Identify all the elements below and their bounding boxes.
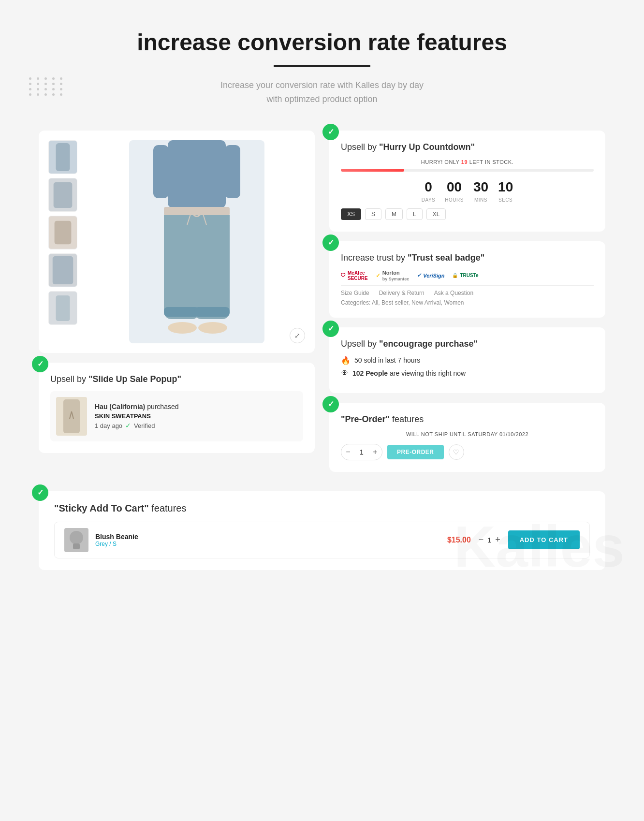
sticky-check-badge: ✓ [32,484,48,501]
qty-plus-button[interactable]: + [368,444,382,460]
thumbnail-3[interactable] [48,216,77,249]
svg-rect-3 [54,182,73,207]
subtitle: Increase your conversion rate with Kalle… [39,78,605,106]
trust-badges: 🛡 McAfeeSECURE ✓ Nortonby Symantec ✓ Ver… [341,270,594,281]
svg-point-19 [168,322,197,334]
verified-check-icon: ✓ [125,422,131,429]
trust-badge-card: ✓ Increase trust by "Trust seal badge" 🛡… [329,241,605,318]
truste-icon: 🔒 [452,273,458,278]
customer-name: Hau (California) purchased [95,403,179,410]
sticky-price: $15.00 [447,536,471,544]
popup-info: Hau (California) purchased SKIN SWEATPAN… [95,403,179,429]
thumbnail-2[interactable] [48,178,77,212]
qty-control: − 1 + [341,444,382,460]
preorder-banner: WILL NOT SHIP UNTIL SATURDAY 01/10/2022 [341,431,594,437]
encourage-title: Upsell by "encougrage purchase" [341,339,594,349]
svg-rect-11 [168,140,226,208]
popup-inner: Hau (California) purchased SKIN SWEATPAN… [50,391,303,441]
sticky-qty-control: − 1 + [479,535,500,545]
svg-rect-7 [53,256,73,284]
sticky-variant[interactable]: Grey / S [95,541,138,547]
tab-size-guide[interactable]: Size Guide [341,290,369,296]
svg-rect-12 [153,145,169,198]
svg-rect-17 [164,307,199,317]
add-to-cart-button[interactable]: ADD TO CART [508,530,580,549]
title-underline [274,65,370,67]
norton-badge: ✓ Nortonby Symantec [376,270,410,281]
countdown-secs: 10 SECS [498,179,513,204]
norton-icon: ✓ [376,272,381,279]
sticky-product-name: Blush Beanie [95,533,138,541]
sticky-section: ✓ "Sticky Add To Cart" features Blush Be… [39,491,605,570]
tab-ask[interactable]: Ask a Question [434,290,473,296]
sticky-qty-plus-button[interactable]: + [495,535,500,545]
progress-bar-fill [341,169,404,172]
mcafee-icon: 🛡 [341,273,346,278]
wishlist-button[interactable]: ♡ [449,444,464,460]
page-title: increase conversion rate features [39,29,605,56]
svg-rect-9 [56,295,70,321]
preorder-button[interactable]: PRE-ORDER [387,445,444,459]
popup-check-badge: ✓ [32,356,48,372]
thumbnail-1[interactable] [48,140,77,174]
size-s[interactable]: S [365,208,381,220]
encourage-item-2: 👁 102 People are viewing this right now [341,369,594,378]
sticky-qty-minus-button[interactable]: − [479,535,484,545]
header-section: increase conversion rate features Increa… [39,29,605,106]
size-xl[interactable]: XL [426,208,446,220]
preorder-controls: − 1 + PRE-ORDER ♡ [341,444,594,460]
svg-rect-14 [164,207,230,216]
tab-delivery[interactable]: Delivery & Return [379,290,424,296]
encourage-list: 🔥 50 sold in last 7 hours 👁 102 People a… [341,356,594,378]
page-wrapper: increase conversion rate features Increa… [0,0,644,599]
svg-rect-18 [194,307,230,317]
size-l[interactable]: L [407,208,423,220]
preorder-check-badge: ✓ [322,396,339,412]
thumbnail-5[interactable] [48,291,77,325]
sticky-product-info: Blush Beanie Grey / S [95,533,138,547]
tabs-row: Size Guide Delivery & Return Ask a Quest… [341,285,594,296]
sticky-product-thumb [64,528,88,552]
product-svg [129,140,264,343]
svg-rect-1 [56,143,70,171]
countdown-mins: 30 MINS [473,179,488,204]
size-row: XS S M L XL [341,208,594,220]
verisign-icon: ✓ [417,272,421,279]
size-xs[interactable]: XS [341,208,361,220]
encourage-item-1: 🔥 50 sold in last 7 hours [341,356,594,365]
sticky-feature-title: "Sticky Add To Cart" features [54,503,590,514]
preorder-card: ✓ "Pre-Order" features WILL NOT SHIP UNT… [329,403,605,472]
thumbnail-4[interactable] [48,253,77,287]
sticky-right: $15.00 − 1 + ADD TO CART [447,530,580,549]
countdown-grid: 0 DAYS 00 HOURS 30 MINS 10 SECS [341,179,594,204]
sticky-qty-number: 1 [487,536,491,544]
stock-progress-bar [341,169,594,172]
svg-rect-22 [63,399,80,433]
trust-title: Increase trust by "Trust seal badge" [341,253,594,263]
hurry-banner: HURRY! ONLY 19 LEFT IN STOCK. [341,159,594,165]
svg-rect-27 [73,543,80,549]
encourage-card: ✓ Upsell by "encougrage purchase" 🔥 50 s… [329,327,605,393]
verisign-badge: ✓ VeriSign [417,272,444,279]
product-image-section: ⤢ [39,131,315,353]
svg-point-26 [70,531,83,544]
popup-product-name: SKIN SWEATPANS [95,412,179,420]
sticky-product: Blush Beanie Grey / S [64,528,138,552]
fire-icon: 🔥 [341,356,351,365]
product-main-image [88,140,305,343]
zoom-icon[interactable]: ⤢ [290,328,305,343]
thumbnail-list [48,140,82,343]
popup-product-image [56,397,87,436]
countdown-days: 0 DAYS [422,179,436,204]
popup-card: ✓ Upsell by "Slide Up Sale Popup" [39,363,315,453]
dots-decoration [29,77,65,96]
mcafee-badge: 🛡 McAfeeSECURE [341,270,368,281]
categories-row: Categories: All, Best seller, New Arriva… [341,299,594,306]
countdown-check-badge: ✓ [322,124,339,140]
svg-point-20 [198,322,227,334]
product-panel: ⤢ ✓ Upsell by "Slide Up Sale Popup" [39,131,315,472]
qty-minus-button[interactable]: − [341,444,355,460]
countdown-card: ✓ Upsell by "Hurry Up Countdown" HURRY! … [329,131,605,232]
encourage-check-badge: ✓ [322,321,339,337]
size-m[interactable]: M [385,208,403,220]
